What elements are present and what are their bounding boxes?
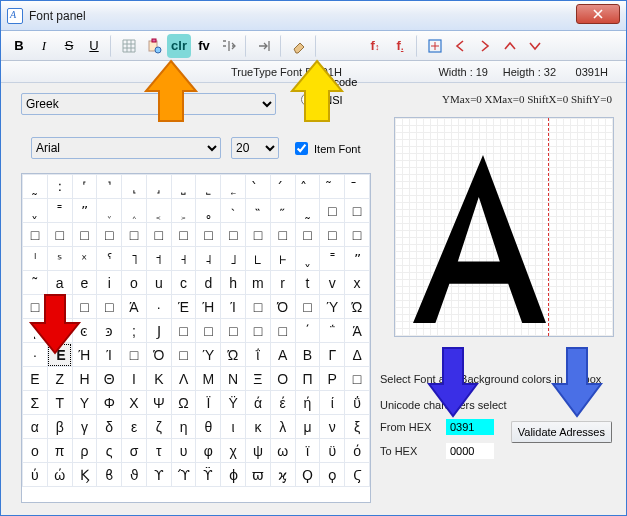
char-cell[interactable]: ˣ xyxy=(72,247,97,271)
italic-button[interactable]: I xyxy=(32,34,56,58)
char-cell[interactable]: □ xyxy=(320,199,345,223)
char-cell[interactable]: □ xyxy=(295,295,320,319)
char-cell[interactable]: Ά xyxy=(345,319,370,343)
char-cell[interactable]: ς xyxy=(97,439,122,463)
char-cell[interactable]: ˻ xyxy=(122,175,147,199)
char-cell[interactable]: ˥ xyxy=(122,247,147,271)
char-cell[interactable]: Δ xyxy=(345,343,370,367)
char-cell[interactable]: □ xyxy=(171,223,196,247)
close-button[interactable] xyxy=(576,4,620,24)
char-cell[interactable]: ν xyxy=(320,415,345,439)
char-cell[interactable]: Ό xyxy=(270,295,295,319)
f-up-icon[interactable]: f↕ xyxy=(363,34,387,58)
char-cell[interactable]: o xyxy=(122,271,147,295)
char-cell[interactable]: ή xyxy=(295,391,320,415)
char-cell[interactable]: λ xyxy=(270,415,295,439)
char-cell[interactable]: γ xyxy=(72,415,97,439)
char-cell[interactable]: □ xyxy=(221,319,246,343)
char-cell[interactable]: ζ xyxy=(146,415,171,439)
char-cell[interactable]: Γ xyxy=(320,343,345,367)
char-cell[interactable]: □ xyxy=(72,223,97,247)
char-cell[interactable]: Ϋ xyxy=(221,391,246,415)
fv-button[interactable]: fv xyxy=(192,34,216,58)
char-cell[interactable]: ϕ xyxy=(221,463,246,487)
char-cell[interactable]: ˺ xyxy=(97,175,122,199)
grid-icon[interactable] xyxy=(117,34,141,58)
copy-glyph-icon[interactable] xyxy=(142,34,166,58)
char-cell[interactable]: Τ xyxy=(47,391,72,415)
char-cell[interactable]: □ xyxy=(196,223,221,247)
char-cell[interactable]: ˨ xyxy=(196,247,221,271)
char-cell[interactable]: h xyxy=(221,271,246,295)
char-cell[interactable]: □ xyxy=(122,343,147,367)
char-cell[interactable]: ˱ xyxy=(146,199,171,223)
char-cell[interactable]: Ή xyxy=(196,295,221,319)
char-cell[interactable]: ̂ xyxy=(295,175,320,199)
char-cell[interactable]: Ι xyxy=(122,367,147,391)
char-cell[interactable]: u xyxy=(146,271,171,295)
char-cell[interactable]: Ζ xyxy=(47,367,72,391)
char-cell[interactable]: ˮ xyxy=(72,199,97,223)
char-cell[interactable]: □ xyxy=(97,295,122,319)
char-cell[interactable]: Έ xyxy=(171,295,196,319)
char-cell[interactable]: ώ xyxy=(47,463,72,487)
arrow-up-icon[interactable] xyxy=(498,34,522,58)
char-cell[interactable]: ˸ xyxy=(47,175,72,199)
char-cell[interactable]: Θ xyxy=(97,367,122,391)
char-cell[interactable]: ˩ xyxy=(221,247,246,271)
from-hex-input[interactable] xyxy=(446,419,494,435)
char-cell[interactable]: ; xyxy=(122,319,147,343)
char-cell[interactable]: Ϛ xyxy=(345,463,370,487)
char-cell[interactable]: Π xyxy=(295,367,320,391)
char-cell[interactable]: ΐ xyxy=(246,343,271,367)
char-cell[interactable]: ύ xyxy=(23,463,48,487)
arrow-left-icon[interactable] xyxy=(448,34,472,58)
char-cell[interactable]: ˲ xyxy=(171,199,196,223)
bold-button[interactable]: B xyxy=(7,34,31,58)
char-cell[interactable]: ξ xyxy=(345,415,370,439)
char-cell[interactable]: Ώ xyxy=(345,295,370,319)
char-cell[interactable]: m xyxy=(246,271,271,295)
char-cell[interactable]: Λ xyxy=(171,367,196,391)
char-cell[interactable]: φ xyxy=(196,439,221,463)
export-icon[interactable] xyxy=(217,34,241,58)
char-cell[interactable]: α xyxy=(23,415,48,439)
char-cell[interactable]: ϑ xyxy=(122,463,147,487)
char-cell[interactable]: δ xyxy=(97,415,122,439)
char-cell[interactable]: ˭ xyxy=(47,199,72,223)
char-cell[interactable]: Ώ xyxy=(221,343,246,367)
char-cell[interactable]: ω xyxy=(270,439,295,463)
char-cell[interactable]: θ xyxy=(196,415,221,439)
char-cell[interactable]: ε xyxy=(122,415,147,439)
char-cell[interactable]: β xyxy=(47,415,72,439)
eraser-icon[interactable] xyxy=(287,34,311,58)
char-cell[interactable]: Ρ xyxy=(320,367,345,391)
char-cell[interactable]: v xyxy=(320,271,345,295)
char-cell[interactable]: ˦ xyxy=(146,247,171,271)
char-cell[interactable]: ρ xyxy=(72,439,97,463)
char-cell[interactable]: ˯ xyxy=(97,199,122,223)
char-cell[interactable]: r xyxy=(270,271,295,295)
char-cell[interactable]: □ xyxy=(345,199,370,223)
char-cell[interactable]: □ xyxy=(221,223,246,247)
char-cell[interactable]: Ϊ xyxy=(196,391,221,415)
char-cell[interactable]: Ε xyxy=(23,367,48,391)
char-cell[interactable]: ˴ xyxy=(221,199,246,223)
char-cell[interactable]: ˿ xyxy=(221,175,246,199)
char-cell[interactable]: ˷ xyxy=(23,175,48,199)
char-cell[interactable]: ο xyxy=(23,439,48,463)
char-cell[interactable]: ϒ xyxy=(146,463,171,487)
char-cell[interactable]: □ xyxy=(23,223,48,247)
char-cell[interactable]: ϔ xyxy=(196,463,221,487)
font-family-select[interactable]: Arial xyxy=(31,137,221,159)
strike-button[interactable]: S xyxy=(57,34,81,58)
char-cell[interactable]: ˹ xyxy=(72,175,97,199)
arrow-down-icon[interactable] xyxy=(523,34,547,58)
char-cell[interactable]: □ xyxy=(345,223,370,247)
item-font-checkbox[interactable] xyxy=(295,142,308,155)
font-size-select[interactable]: 20 xyxy=(231,137,279,159)
char-cell[interactable]: ́ xyxy=(270,175,295,199)
char-cell[interactable]: □ xyxy=(345,367,370,391)
char-cell[interactable]: ˢ xyxy=(47,247,72,271)
char-cell[interactable]: ͽ xyxy=(97,319,122,343)
